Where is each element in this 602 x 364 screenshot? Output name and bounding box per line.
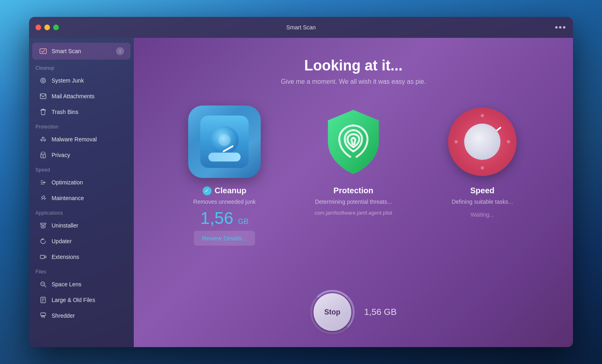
page-title: Looking at it...	[304, 57, 403, 74]
app-window: Smart Scan ••• Smart Scan i	[29, 17, 573, 347]
protection-title: Protection	[334, 186, 374, 195]
more-options-button[interactable]: •••	[555, 22, 567, 33]
system-junk-icon	[39, 76, 48, 85]
cleanup-size: 1,56 GB	[200, 210, 248, 227]
section-cleanup-title: Cleanup	[29, 61, 134, 72]
svg-rect-3	[40, 94, 46, 99]
cleanup-check-icon: ✓	[203, 186, 212, 195]
title-bar: Smart Scan •••	[29, 17, 573, 38]
window-title: Smart Scan	[286, 24, 316, 31]
svg-point-14	[44, 182, 45, 183]
stop-button[interactable]: Stop	[313, 293, 351, 331]
space-lens-label: Space Lens	[52, 281, 124, 287]
cleanup-description: Removes unneeded junk	[193, 199, 256, 205]
updater-label: Updater	[52, 238, 124, 244]
total-size-label: 1,56 GB	[364, 307, 397, 317]
svg-line-21	[44, 285, 46, 287]
traffic-lights	[35, 25, 59, 30]
sidebar-item-extensions[interactable]: Extensions	[32, 249, 131, 265]
protection-detail: com.jamfsoftware.jamf.agent.plist	[315, 210, 392, 216]
optimization-icon	[39, 178, 48, 187]
svg-point-1	[41, 78, 46, 83]
smart-scan-label: Smart Scan	[52, 48, 116, 54]
stop-button-wrapper: Stop	[310, 290, 355, 334]
uninstaller-label: Uninstaller	[52, 222, 124, 229]
svg-rect-0	[40, 49, 46, 54]
shredder-label: Shredder	[52, 312, 124, 319]
space-lens-icon	[39, 280, 48, 289]
protection-title-row: Protection	[334, 186, 374, 195]
review-details-button[interactable]: Review Details...	[194, 231, 255, 246]
svg-point-31	[481, 166, 484, 170]
cards-row: ✓ Cleanup Removes unneeded junk 1,56 GB …	[168, 105, 539, 246]
svg-rect-19	[40, 255, 44, 259]
sidebar-item-mail-attachments[interactable]: Mail Attachments	[32, 89, 131, 104]
section-applications-title: Applications	[29, 206, 134, 217]
uninstaller-icon	[39, 221, 48, 230]
optimization-label: Optimization	[52, 179, 124, 186]
speed-description: Defining suitable tasks...	[452, 199, 513, 205]
main-area: Smart Scan i Cleanup System Junk	[29, 38, 573, 347]
sidebar-item-updater[interactable]: Updater	[32, 234, 131, 249]
privacy-icon	[39, 151, 48, 159]
svg-point-28	[481, 114, 484, 117]
trash-bins-label: Trash Bins	[52, 109, 124, 115]
smart-scan-icon	[39, 47, 48, 56]
section-speed-title: Speed	[29, 163, 134, 174]
sidebar: Smart Scan i Cleanup System Junk	[29, 38, 134, 347]
sidebar-item-system-junk[interactable]: System Junk	[32, 73, 131, 88]
updater-icon	[39, 237, 48, 246]
extensions-label: Extensions	[52, 254, 124, 260]
sidebar-item-space-lens[interactable]: Space Lens	[32, 277, 131, 292]
mail-attachments-label: Mail Attachments	[52, 93, 124, 99]
svg-point-30	[455, 140, 458, 143]
speed-card: Speed Defining suitable tasks... Waiting…	[426, 105, 539, 218]
shredder-icon	[39, 311, 48, 320]
sidebar-item-shredder[interactable]: Shredder	[32, 308, 131, 323]
sidebar-item-maintenance[interactable]: Maintenance	[32, 190, 131, 206]
cleanup-size-unit: GB	[238, 217, 249, 225]
speedometer-graphic	[448, 108, 517, 176]
section-files-title: Files	[29, 265, 134, 276]
sidebar-item-uninstaller[interactable]: Uninstaller	[32, 218, 131, 233]
sidebar-item-large-old-files[interactable]: Large & Old Files	[32, 292, 131, 308]
section-protection-title: Protection	[29, 120, 134, 131]
cleanup-title: Cleanup	[215, 186, 247, 195]
large-old-files-icon	[39, 296, 48, 304]
malware-removal-icon	[39, 135, 48, 144]
minimize-button[interactable]	[44, 25, 50, 30]
sidebar-item-trash-bins[interactable]: Trash Bins	[32, 104, 131, 120]
sidebar-item-optimization[interactable]: Optimization	[32, 175, 131, 190]
svg-rect-16	[40, 223, 46, 224]
sidebar-item-smart-scan[interactable]: Smart Scan i	[32, 43, 131, 60]
svg-point-10	[43, 155, 44, 157]
speed-title-row: Speed	[470, 186, 494, 195]
cleanup-card: ✓ Cleanup Removes unneeded junk 1,56 GB …	[168, 105, 281, 246]
bottom-area: Stop 1,56 GB	[310, 290, 397, 334]
svg-point-4	[42, 137, 44, 139]
cleanup-icon	[188, 105, 261, 178]
system-junk-label: System Junk	[52, 77, 124, 84]
privacy-label: Privacy	[52, 152, 124, 158]
page-subtitle: Give me a moment. We all wish it was eas…	[281, 78, 426, 85]
speed-waiting: Waiting...	[471, 211, 494, 218]
svg-rect-27	[41, 313, 46, 316]
cleanup-title-row: ✓ Cleanup	[203, 186, 247, 195]
svg-point-29	[507, 140, 510, 143]
content-area: Looking at it... Give me a moment. We al…	[134, 38, 573, 347]
close-button[interactable]	[35, 25, 41, 30]
extensions-icon	[39, 252, 48, 261]
mail-attachments-icon	[39, 92, 48, 101]
malware-removal-label: Malware Removal	[52, 136, 124, 143]
speed-title: Speed	[470, 186, 494, 195]
sidebar-item-privacy[interactable]: Privacy	[32, 147, 131, 163]
maximize-button[interactable]	[53, 25, 59, 30]
speedometer-knob	[464, 124, 500, 160]
protection-description: Determining potential threats...	[315, 199, 392, 205]
speed-icon	[446, 105, 519, 178]
large-old-files-label: Large & Old Files	[52, 297, 124, 303]
svg-rect-9	[41, 154, 46, 158]
svg-point-2	[42, 80, 44, 82]
protection-icon	[317, 105, 390, 178]
sidebar-item-malware-removal[interactable]: Malware Removal	[32, 132, 131, 147]
